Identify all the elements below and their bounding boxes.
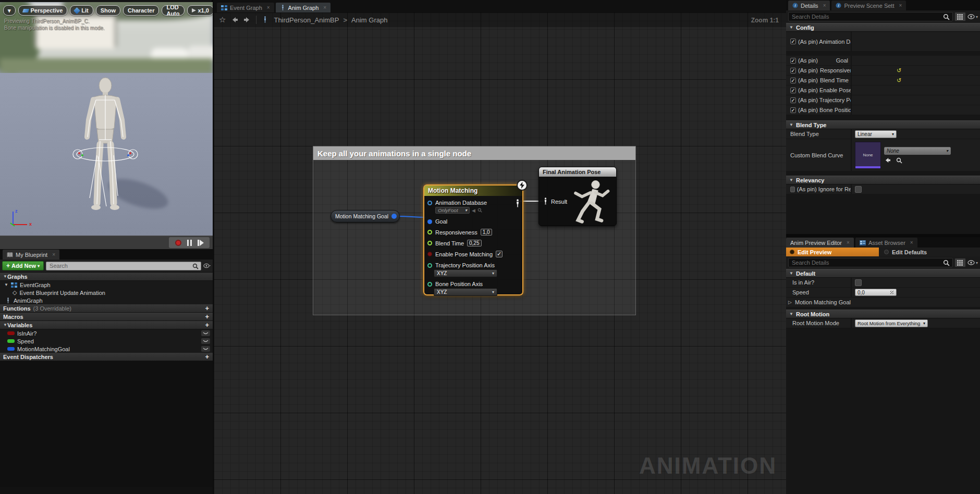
close-icon[interactable]: ×	[899, 3, 902, 8]
step-forward-button[interactable]	[198, 240, 204, 246]
as-pin-checkbox[interactable]: ✓	[790, 58, 796, 64]
close-icon[interactable]: ×	[267, 5, 270, 10]
revert-to-default-icon[interactable]: ↺	[897, 77, 901, 84]
show-button[interactable]: Show	[96, 5, 120, 16]
variables-section-header[interactable]: ▼Variables +	[0, 321, 213, 329]
variable-row-speed[interactable]: Speed	[0, 337, 213, 345]
config-row-bone-position-axis[interactable]: ✓(As pin) Bone Position Axis	[786, 105, 980, 115]
default-section-header[interactable]: ▼Default	[786, 269, 980, 278]
collapsed-arrow-icon[interactable]: ▷	[788, 300, 792, 305]
event-dispatchers-section-header[interactable]: Event Dispatchers+	[0, 353, 213, 361]
add-dispatcher-button[interactable]: +	[205, 354, 209, 360]
edit-preview-toggle[interactable]: Edit Preview	[786, 248, 879, 256]
sidebar-item-eventgraph[interactable]: ▼ EventGraph	[0, 281, 213, 289]
functions-section-header[interactable]: Functions(3 Overridable) +	[0, 304, 213, 313]
animation-database-dropdown[interactable]: OnlyFoot▾	[435, 207, 470, 214]
speed-input[interactable]: 0,0	[855, 289, 897, 296]
tab-asset-browser[interactable]: Asset Browser×	[855, 238, 917, 248]
responsiveness-input[interactable]: 1,0	[481, 229, 492, 236]
close-icon[interactable]: ×	[847, 240, 850, 245]
blend-type-dropdown[interactable]: Linear▾	[855, 130, 897, 138]
config-row-trajectory-position[interactable]: ✓(As pin) Trajectory Position	[786, 95, 980, 105]
trajectory-axis-pin[interactable]	[427, 263, 432, 268]
as-pin-checkbox[interactable]: ✓	[790, 88, 796, 93]
view-options-button[interactable]: ▾	[967, 14, 978, 19]
goal-output-pin[interactable]	[391, 214, 397, 219]
trajectory-axis-dropdown[interactable]: XYZ▾	[434, 269, 497, 277]
breadcrumb-root[interactable]: ThirdPerson_AnimBP	[274, 16, 339, 24]
as-pin-checkbox[interactable]: ✓	[790, 39, 796, 44]
viewport-options-button[interactable]: ▾	[3, 5, 16, 16]
config-row-animation-database[interactable]: ✓(As pin) Animation Database	[786, 32, 980, 52]
display-filter-button[interactable]	[954, 258, 966, 267]
lod-auto-button[interactable]: LOD Auto	[162, 5, 184, 16]
close-icon[interactable]: ×	[823, 3, 826, 8]
preview-viewport[interactable]: ▾ Perspective Lit Show Character LOD Aut…	[0, 2, 213, 236]
eye-closed-icon[interactable]	[201, 338, 210, 344]
root-motion-section-header[interactable]: ▼Root Motion	[786, 310, 980, 318]
as-pin-checkbox[interactable]: ✓	[790, 97, 796, 103]
root-motion-mode-dropdown[interactable]: Root Motion from Everything▾	[855, 319, 928, 327]
back-arrow-icon[interactable]	[231, 17, 238, 23]
tab-preview-scene-settings[interactable]: i Preview Scene Sett×	[831, 1, 906, 10]
revert-to-default-icon[interactable]: ↺	[897, 67, 901, 74]
is-in-air-checkbox[interactable]	[855, 279, 862, 286]
curve-asset-dropdown[interactable]: None▾	[884, 147, 951, 155]
animation-database-pin[interactable]	[427, 201, 432, 205]
curve-thumbnail[interactable]: None	[855, 142, 881, 169]
close-icon[interactable]: ×	[323, 5, 326, 10]
as-pin-checkbox[interactable]: ✓	[790, 107, 796, 113]
pause-button[interactable]	[187, 240, 192, 246]
character-button[interactable]: Character	[123, 5, 159, 16]
config-row-responsiveness[interactable]: ✓(As pin)Responsiveness ↺	[786, 66, 980, 76]
sidebar-item-animgraph[interactable]: AnimGraph	[0, 297, 213, 304]
motion-matching-goal-variable-node[interactable]: Motion Matching Goal	[330, 210, 400, 223]
close-icon[interactable]: ×	[910, 240, 913, 245]
preview-search-input[interactable]: Search Details	[788, 258, 953, 267]
bone-axis-pin[interactable]	[427, 282, 432, 287]
blend-type-section-header[interactable]: ▼Blend Type	[786, 120, 980, 129]
tab-my-blueprint[interactable]: My Blueprint ×	[3, 250, 59, 260]
tab-anim-graph[interactable]: Anim Graph×	[276, 3, 331, 13]
tab-event-graph[interactable]: Event Graph×	[217, 3, 274, 13]
tab-anim-preview-editor[interactable]: Anim Preview Editor×	[786, 238, 854, 248]
use-selected-icon[interactable]	[884, 157, 891, 163]
sidebar-item-event-update-animation[interactable]: ◇ Event Blueprint Update Animation	[0, 289, 213, 297]
lit-button[interactable]: Lit	[70, 5, 93, 16]
add-new-button[interactable]: + Add New ▾	[2, 261, 44, 270]
enable-pose-matching-checkbox[interactable]: ✓	[496, 251, 503, 257]
search-input[interactable]: Search	[46, 262, 201, 270]
edit-defaults-toggle[interactable]: Edit Defaults	[879, 248, 980, 256]
bone-axis-dropdown[interactable]: XYZ▾	[434, 288, 497, 296]
details-search-input[interactable]: Search Details	[788, 12, 953, 21]
filter-eye-icon[interactable]	[203, 263, 211, 268]
enable-pose-matching-pin[interactable]	[427, 252, 432, 256]
add-macro-button[interactable]: +	[205, 314, 209, 319]
blend-time-input[interactable]: 0,25	[467, 240, 481, 246]
comment-title[interactable]: Keep all your animations in a single nod…	[313, 146, 635, 160]
blend-time-pin[interactable]	[427, 241, 432, 245]
as-pin-checkbox[interactable]	[790, 187, 795, 192]
config-row-blend-time[interactable]: ✓(As pin)Blend Time ↺	[786, 76, 980, 85]
forward-arrow-icon[interactable]	[243, 17, 251, 23]
close-icon[interactable]: ×	[52, 252, 55, 257]
favorite-star-icon[interactable]: ☆	[219, 15, 226, 24]
as-pin-checkbox[interactable]: ✓	[790, 78, 796, 83]
graphs-section-header[interactable]: ▼Graphs	[0, 273, 213, 281]
magnifier-icon[interactable]	[477, 208, 482, 213]
final-animation-pose-node[interactable]: Final Animation Pose Result	[538, 167, 617, 226]
display-filter-button[interactable]	[954, 12, 966, 21]
breadcrumb-current[interactable]: Anim Graph	[351, 16, 387, 24]
perspective-button[interactable]: Perspective	[18, 5, 68, 16]
add-variable-button[interactable]: +	[205, 323, 209, 328]
config-row-goal[interactable]: ✓(As pin)Goal	[786, 56, 980, 66]
responsiveness-pin[interactable]	[427, 230, 432, 234]
variable-row-motionmatchinggoal[interactable]: MotionMatchingGoal	[0, 345, 213, 353]
graph-canvas[interactable]: ☆ ThirdPerson_AnimBP > Anim Graph Zoom 1…	[214, 13, 786, 494]
browse-magnifier-icon[interactable]	[896, 157, 902, 164]
config-row-enable-pose-match[interactable]: ✓(As pin) Enable Pose Match	[786, 85, 980, 95]
goal-input-pin[interactable]	[427, 219, 432, 224]
as-pin-checkbox[interactable]: ✓	[790, 68, 796, 73]
record-button[interactable]	[175, 240, 181, 246]
motion-matching-goal-row[interactable]: ▷Motion Matching Goal	[786, 298, 980, 307]
